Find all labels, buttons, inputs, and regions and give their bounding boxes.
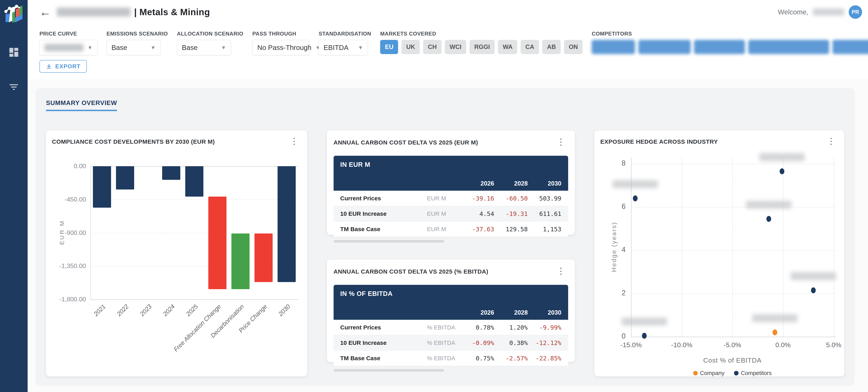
legend-item-competitors: Competitors xyxy=(734,370,772,376)
tab-summary-overview[interactable]: SUMMARY OVERVIEW xyxy=(46,99,117,111)
competitor-chip-redacted[interactable] xyxy=(639,40,691,54)
table-scrollbar[interactable] xyxy=(334,240,444,243)
back-button[interactable]: ← xyxy=(39,6,51,18)
card-menu-icon[interactable]: ⋮ xyxy=(824,137,838,146)
table-header-title: IN EUR M xyxy=(340,161,561,169)
legend-dot-icon xyxy=(734,371,738,375)
emissions-scenario-select[interactable]: Base ▼ xyxy=(106,40,161,55)
x-axis-tick-label: -10.0% xyxy=(671,341,692,349)
gridline-horizontal xyxy=(631,207,836,207)
select-value: No Pass-Through xyxy=(257,43,311,52)
x-axis-tick-label: 5.0% xyxy=(826,341,841,349)
scatter-point-company[interactable] xyxy=(773,329,777,335)
column-header-2030: 2030 xyxy=(528,309,561,316)
row-unit: % EBITDA xyxy=(427,324,461,331)
price-curve-select[interactable]: ▼ xyxy=(39,40,97,55)
avatar[interactable]: PR xyxy=(849,5,862,19)
market-chip-ab[interactable]: AB xyxy=(542,40,561,54)
market-chip-wci[interactable]: WCI xyxy=(445,40,466,54)
summary-panel: SUMMARY OVERVIEW COMPLIANCE COST DEVELOP… xyxy=(35,88,855,386)
allocation-scenario-select[interactable]: Base ▼ xyxy=(177,40,231,55)
bar-decarbonisation[interactable] xyxy=(231,234,250,289)
table-row: Current PricesEUR M-39.16-60.50503.99 xyxy=(334,191,568,206)
cards-row: COMPLIANCE COST DEVELOPMENTS BY 2030 (EU… xyxy=(46,130,844,376)
scatter-point-competitors[interactable] xyxy=(642,333,647,339)
x-axis-title: Cost % of EBITDA xyxy=(703,357,762,364)
x-axis-tick-label: -5.0% xyxy=(723,341,741,349)
y-axis-tick-label: -1,350.00 xyxy=(52,262,86,270)
table-column-headers: 202620282030 xyxy=(340,180,561,187)
card-compliance-cost: COMPLIANCE COST DEVELOPMENTS BY 2030 (EU… xyxy=(46,130,307,376)
filter-label: PASS THROUGH xyxy=(252,31,310,37)
filter-group-competitors: COMPETITORS xyxy=(592,31,868,54)
point-label-redacted xyxy=(759,153,805,161)
row-value: -0.09% xyxy=(461,339,494,346)
scatter-point-competitors[interactable] xyxy=(780,169,784,174)
row-value: 1.20% xyxy=(494,324,528,331)
gridline-horizontal xyxy=(631,250,836,251)
gridline xyxy=(90,233,298,233)
row-unit: EUR M xyxy=(427,226,461,233)
filter-group-price-curve: PRICE CURVE ▼ xyxy=(39,31,97,55)
market-chip-wa[interactable]: WA xyxy=(498,40,517,54)
pass-through-select[interactable]: No Pass-Through ▼ xyxy=(252,40,310,55)
competitor-chip-redacted[interactable] xyxy=(694,40,745,54)
bar-2025[interactable] xyxy=(185,166,204,197)
bar-2030[interactable] xyxy=(278,166,296,282)
competitor-chip-redacted[interactable] xyxy=(592,40,635,54)
row-value: 0.75% xyxy=(461,355,494,362)
chevron-down-icon: ▼ xyxy=(87,44,93,51)
dashboard-icon[interactable] xyxy=(7,46,20,59)
bar-2022[interactable] xyxy=(116,166,134,189)
filter-label: STANDARDISATION xyxy=(319,31,371,37)
gridline xyxy=(90,200,298,200)
row-value: 1,153 xyxy=(528,225,561,233)
card-menu-icon[interactable]: ⋮ xyxy=(554,137,568,147)
market-chip-ca[interactable]: CA xyxy=(521,40,539,54)
chevron-down-icon: ▼ xyxy=(151,44,156,51)
gridline-vertical xyxy=(783,157,783,337)
scatter-point-competitors[interactable] xyxy=(633,195,638,201)
app-logo-icon[interactable] xyxy=(4,4,24,24)
y-axis-line xyxy=(90,166,91,299)
export-button[interactable]: EXPORT xyxy=(39,60,87,73)
legend-dot-icon xyxy=(693,371,698,375)
row-value: 0.78% xyxy=(461,324,494,331)
x-axis-tick-label: 0.0% xyxy=(775,341,791,349)
chart-legend: CompanyCompetitors xyxy=(693,370,772,376)
scatter-point-competitors[interactable] xyxy=(766,216,771,222)
market-chip-on[interactable]: ON xyxy=(564,40,583,54)
download-icon xyxy=(46,63,52,69)
filter-icon[interactable] xyxy=(7,81,20,94)
table-column-headers: 202620282030 xyxy=(340,309,561,316)
scatter-point-competitors[interactable] xyxy=(811,288,816,293)
market-chip-ch[interactable]: CH xyxy=(423,40,441,54)
delta-pct-table: IN % OF EBITDA202620282030Current Prices… xyxy=(334,285,568,372)
point-label-redacted xyxy=(622,318,667,326)
filter-group-pass-through: PASS THROUGH No Pass-Through ▼ xyxy=(252,31,310,55)
table-header: IN % OF EBITDA202620282030 xyxy=(334,285,568,320)
table-row: TM Base Case% EBITDA0.75%-2.57%-22.85% xyxy=(334,351,568,366)
bar-free-allocation-change[interactable] xyxy=(208,197,226,289)
bar-2024[interactable] xyxy=(162,166,180,180)
competitor-chip-redacted[interactable] xyxy=(833,40,868,54)
card-menu-icon[interactable]: ⋮ xyxy=(287,137,301,146)
market-chip-eu[interactable]: EU xyxy=(380,40,398,54)
filter-label: MARKETS COVERED xyxy=(380,31,583,37)
card-menu-icon[interactable]: ⋮ xyxy=(554,266,568,276)
topbar: ← | Metals & Mining Welcome, PR xyxy=(28,0,868,24)
user-name-redacted xyxy=(813,8,844,16)
standardisation-select[interactable]: EBITDA ▼ xyxy=(319,40,368,55)
page-title: | Metals & Mining xyxy=(134,7,210,18)
bar-price-change[interactable] xyxy=(254,234,273,282)
market-chip-uk[interactable]: UK xyxy=(401,40,420,54)
bar-2021[interactable] xyxy=(93,166,111,208)
table-scrollbar[interactable] xyxy=(334,369,444,372)
filter-label: COMPETITORS xyxy=(592,31,868,37)
card-title: ANNUAL CARBON COST DELTA VS 2025 (EUR M) xyxy=(334,137,478,146)
market-chip-rggi[interactable]: RGGI xyxy=(469,40,495,54)
competitor-chip-redacted[interactable] xyxy=(748,40,829,54)
row-name: TM Base Case xyxy=(340,226,427,233)
export-row: EXPORT xyxy=(28,55,868,73)
y-axis-tick-label: -900.00 xyxy=(52,229,86,237)
